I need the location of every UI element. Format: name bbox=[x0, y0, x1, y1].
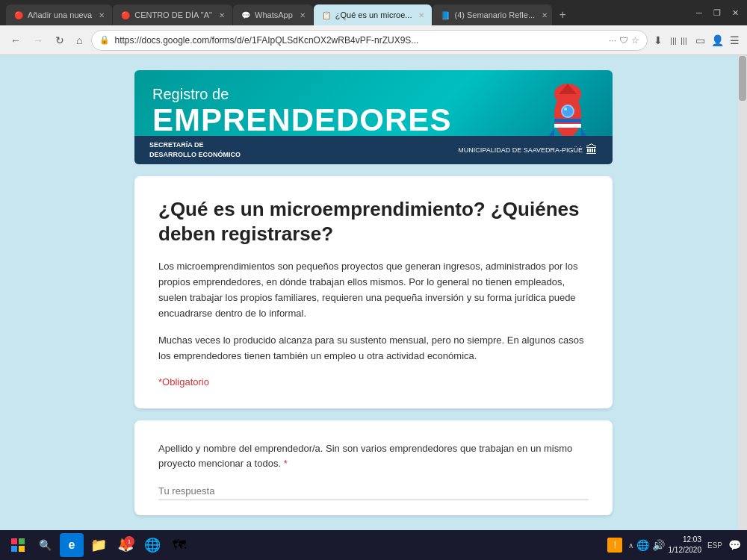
taskbar-icon-edge[interactable]: e bbox=[60, 533, 84, 557]
tab-5[interactable]: 📘 (4) Semanario Refle... ✕ bbox=[433, 4, 552, 25]
tab-label-4: ¿Qué es un microe... bbox=[335, 10, 412, 19]
tab-close-2[interactable]: ✕ bbox=[219, 11, 225, 19]
reload-button[interactable]: ↻ bbox=[52, 31, 67, 49]
tab-3[interactable]: 💬 WhatsApp ✕ bbox=[233, 4, 313, 25]
minimize-button[interactable]: ─ bbox=[693, 7, 705, 19]
tray-chevron[interactable]: ∧ bbox=[628, 541, 633, 550]
banner: Registro de EMPRENDEDORES bbox=[134, 70, 613, 164]
banner-municipalidad: MUNICIPALIDAD DE SAAVEDRA-PIGÜÉ bbox=[458, 146, 583, 154]
input-label: Apellido y nombre del emprendedor/a. Sin… bbox=[158, 441, 589, 470]
svg-rect-13 bbox=[19, 538, 25, 544]
banner-title: EMPRENDEDORES bbox=[152, 103, 595, 137]
notification-center-icon[interactable]: 💬 bbox=[728, 539, 741, 551]
svg-point-5 bbox=[564, 108, 567, 111]
required-marker: * bbox=[284, 458, 288, 469]
input-label-text: Apellido y nombre del emprendedor/a. Sin… bbox=[158, 443, 572, 469]
new-tab-button[interactable]: + bbox=[553, 4, 571, 25]
info-card: ¿Qué es un microemprendimiento? ¿Quiénes… bbox=[134, 176, 613, 408]
clock-date: 1/12/2020 bbox=[668, 545, 701, 556]
menu-icon[interactable]: ☰ bbox=[730, 34, 740, 46]
tray-speaker-icon: 🔊 bbox=[652, 539, 665, 551]
bookmark-icon: ☆ bbox=[631, 35, 639, 46]
lock-icon: 🔒 bbox=[99, 35, 110, 45]
scrollbar-track[interactable] bbox=[738, 55, 747, 530]
svg-rect-14 bbox=[11, 546, 17, 552]
tab-label-1: Añadir una nueva bbox=[28, 10, 92, 19]
tray-network-icon: 🌐 bbox=[636, 539, 649, 551]
svg-rect-12 bbox=[11, 538, 17, 544]
forward-button[interactable]: → bbox=[30, 31, 46, 49]
tab-label-3: WhatsApp bbox=[255, 10, 293, 19]
banner-subtitle: Registro de bbox=[152, 85, 595, 103]
card-body-1: Los microemprendimientos son pequeños pr… bbox=[158, 259, 589, 321]
url-text: https://docs.google.com/forms/d/e/1FAIpQ… bbox=[114, 35, 604, 46]
tab-strip: 🔴 Añadir una nueva ✕ 🔴 CENTRO DE DÍA "A"… bbox=[6, 0, 572, 25]
warning-badge[interactable]: ! bbox=[607, 538, 622, 553]
card-body-2: Muchas veces lo producido alcanza para s… bbox=[158, 333, 589, 364]
banner-secretaria: SECRETARÍA DE bbox=[149, 141, 204, 149]
tab-close-3[interactable]: ✕ bbox=[300, 11, 306, 19]
extensions-icon: ··· bbox=[609, 35, 616, 46]
banner-footer-right: MUNICIPALIDAD DE SAAVEDRA-PIGÜÉ 🏛 bbox=[458, 143, 598, 157]
search-taskbar-button[interactable]: 🔍 bbox=[33, 533, 57, 557]
taskbar-icon-explorer[interactable]: 📁 bbox=[87, 533, 111, 557]
banner-desarrollo: DESARROLLO ECONÓMICO bbox=[149, 151, 241, 158]
taskbar-icon-chrome[interactable]: 🌐 bbox=[140, 533, 164, 557]
sidebar-icon[interactable]: ⫼⫼ bbox=[669, 34, 689, 46]
start-button[interactable] bbox=[6, 533, 30, 557]
tab-close-4[interactable]: ✕ bbox=[418, 11, 424, 19]
toolbar-icons: ⬇ ⫼⫼ ▭ 👤 ☰ bbox=[654, 34, 740, 46]
tab-1[interactable]: 🔴 Añadir una nueva ✕ bbox=[6, 4, 112, 25]
scrollbar-thumb[interactable] bbox=[739, 56, 746, 101]
system-tray: ∧ 🌐 🔊 bbox=[628, 539, 665, 551]
profile-icon[interactable]: 👤 bbox=[711, 34, 724, 46]
download-icon[interactable]: ⬇ bbox=[654, 34, 663, 46]
clock-time: 12:03 bbox=[668, 535, 701, 545]
home-button[interactable]: ⌂ bbox=[73, 31, 85, 49]
form-input-card: Apellido y nombre del emprendedor/a. Sin… bbox=[134, 420, 613, 515]
svg-rect-6 bbox=[554, 119, 581, 122]
banner-footer-left: SECRETARÍA DE DESARROLLO ECONÓMICO bbox=[149, 140, 241, 159]
taskbar-icon-maps[interactable]: 🗺 bbox=[167, 533, 191, 557]
address-bar: ← → ↻ ⌂ 🔒 https://docs.google.com/forms/… bbox=[0, 25, 747, 55]
tab-label-5: (4) Semanario Refle... bbox=[454, 10, 535, 19]
window-controls: ─ ❐ ✕ bbox=[693, 7, 741, 19]
clock[interactable]: 12:03 1/12/2020 bbox=[668, 535, 701, 556]
tab-favicon-5: 📘 bbox=[440, 10, 450, 20]
tab-2[interactable]: 🔴 CENTRO DE DÍA "A" ✕ bbox=[113, 4, 232, 25]
page-content: Registro de EMPRENDEDORES bbox=[0, 55, 747, 530]
municipalidad-icon: 🏛 bbox=[586, 143, 598, 157]
obligatorio-label: *Obligatorio bbox=[158, 376, 589, 388]
card-title: ¿Qué es un microemprendimiento? ¿Quiénes… bbox=[158, 197, 589, 248]
taskbar-icon-firefox-wrap: 🦊 1 bbox=[114, 533, 137, 557]
tab-favicon-2: 🔴 bbox=[120, 10, 131, 20]
firefox-notification-badge: 1 bbox=[124, 536, 134, 547]
svg-rect-15 bbox=[19, 546, 25, 552]
banner-footer: SECRETARÍA DE DESARROLLO ECONÓMICO MUNIC… bbox=[134, 136, 613, 164]
browser-titlebar: 🔴 Añadir una nueva ✕ 🔴 CENTRO DE DÍA "A"… bbox=[0, 0, 747, 25]
back-button[interactable]: ← bbox=[7, 31, 24, 49]
language-indicator: ESP bbox=[707, 541, 722, 550]
url-bar[interactable]: 🔒 https://docs.google.com/forms/d/e/1FAI… bbox=[91, 30, 648, 51]
emprendedor-name-input[interactable] bbox=[158, 482, 589, 500]
shield-icon: 🛡 bbox=[619, 35, 628, 46]
tab-label-2: CENTRO DE DÍA "A" bbox=[134, 10, 212, 19]
tab-close-1[interactable]: ✕ bbox=[99, 11, 105, 19]
taskbar: 🔍 e 📁 🦊 1 🌐 🗺 ! ∧ 🌐 🔊 12:03 1/12/2020 ES… bbox=[0, 530, 747, 560]
tab-favicon-4: 📋 bbox=[321, 10, 332, 20]
svg-rect-7 bbox=[554, 124, 581, 128]
restore-button[interactable]: ❐ bbox=[711, 7, 723, 19]
extensions-panel-icon[interactable]: ▭ bbox=[695, 34, 705, 46]
tab-4[interactable]: 📋 ¿Qué es un microe... ✕ bbox=[314, 4, 433, 25]
url-bar-icons: ··· 🛡 ☆ bbox=[609, 35, 639, 46]
svg-point-4 bbox=[562, 106, 573, 116]
tab-close-5[interactable]: ✕ bbox=[542, 11, 548, 19]
tab-favicon-1: 🔴 bbox=[13, 10, 24, 20]
tab-favicon-3: 💬 bbox=[241, 10, 251, 20]
close-button[interactable]: ✕ bbox=[729, 7, 741, 19]
